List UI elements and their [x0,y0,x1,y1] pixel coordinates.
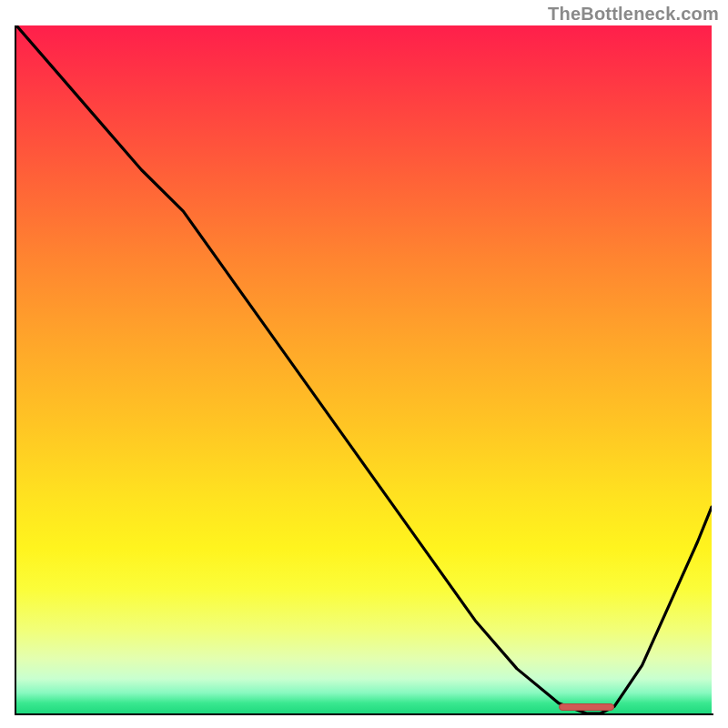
axis-bottom [15,713,713,715]
chart-container: TheBottleneck.com [0,0,728,728]
optimal-range-marker [559,703,614,711]
bottleneck-curve-svg [16,25,712,713]
attribution-text: TheBottleneck.com [548,4,719,25]
bottleneck-curve-path [16,25,712,713]
axis-left [15,25,16,715]
